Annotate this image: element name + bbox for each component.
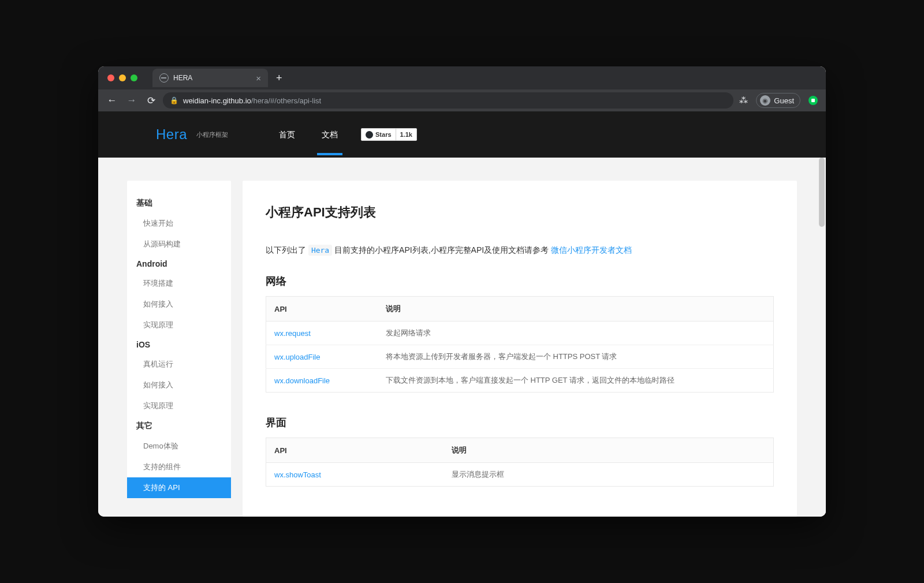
api-table: API说明wx.request发起网络请求wx.uploadFile将本地资源上… bbox=[266, 296, 774, 393]
browser-tab[interactable]: HERA × bbox=[152, 69, 268, 87]
fullscreen-window-button[interactable] bbox=[131, 74, 137, 81]
table-row: wx.showToast显示消息提示框 bbox=[266, 463, 774, 487]
page-title: 小程序API支持列表 bbox=[266, 204, 774, 221]
sidebar-item[interactable]: 环境搭建 bbox=[127, 273, 231, 294]
browser-window: HERA × + ← → ⟳ 🔒 weidian-inc.github.io/h… bbox=[98, 66, 826, 517]
sidebar-group-title: 基础 bbox=[127, 193, 231, 213]
sidebar-item[interactable]: 从源码构建 bbox=[127, 234, 231, 255]
table-row: wx.downloadFile下载文件资源到本地，客户端直接发起一个 HTTP … bbox=[266, 369, 774, 393]
site-logo[interactable]: Hera bbox=[156, 126, 187, 143]
sidebar-item[interactable]: 如何接入 bbox=[127, 294, 231, 315]
github-icon bbox=[366, 131, 373, 139]
main-content: 小程序API支持列表 以下列出了 Hera 目前支持的小程序API列表,小程序完… bbox=[243, 181, 797, 517]
intro-text: 以下列出了 Hera 目前支持的小程序API列表,小程序完整API及使用文档请参… bbox=[266, 245, 774, 256]
sidebar-item[interactable]: Demo体验 bbox=[127, 436, 231, 457]
intro-prefix: 以下列出了 bbox=[266, 245, 306, 255]
tab-bar: HERA × + bbox=[98, 66, 826, 89]
col-api-header: API bbox=[266, 438, 444, 463]
url-host: weidian-inc.github.io bbox=[183, 96, 251, 105]
api-table: API说明wx.showToast显示消息提示框 bbox=[266, 438, 774, 487]
minimize-window-button[interactable] bbox=[119, 74, 126, 81]
sidebar-item[interactable]: 快速开始 bbox=[127, 213, 231, 234]
close-window-button[interactable] bbox=[107, 74, 114, 81]
nav-link[interactable]: 文档 bbox=[311, 114, 348, 155]
site-header: Hera 小程序框架 首页文档 Stars 1.1k bbox=[98, 111, 826, 158]
wechat-docs-link[interactable]: 微信小程序开发者文档 bbox=[551, 245, 632, 255]
github-stars-badge[interactable]: Stars 1.1k bbox=[361, 128, 417, 141]
url-field[interactable]: 🔒 weidian-inc.github.io/hera/#/others/ap… bbox=[163, 92, 733, 109]
toolbar-icons: ⁂ ◉ Guest bbox=[737, 93, 820, 108]
tab-title: HERA bbox=[173, 74, 251, 82]
api-desc: 将本地资源上传到开发者服务器，客户端发起一个 HTTPS POST 请求 bbox=[378, 345, 774, 369]
content-area: 基础快速开始从源码构建Android环境搭建如何接入实现原理iOS真机运行如何接… bbox=[98, 158, 826, 517]
api-desc: 下载文件资源到本地，客户端直接发起一个 HTTP GET 请求，返回文件的本地临… bbox=[378, 369, 774, 393]
api-link[interactable]: wx.request bbox=[266, 322, 378, 345]
scrollbar-thumb[interactable] bbox=[819, 158, 825, 227]
forward-button[interactable]: → bbox=[124, 95, 140, 106]
url-path: /hera/#/others/api-list bbox=[251, 96, 321, 105]
reload-button[interactable]: ⟳ bbox=[143, 95, 159, 107]
new-tab-button[interactable]: + bbox=[271, 72, 287, 84]
close-tab-icon[interactable]: × bbox=[256, 73, 261, 83]
intro-code: Hera bbox=[308, 245, 332, 256]
back-button[interactable]: ← bbox=[104, 95, 120, 106]
translate-icon[interactable]: ⁂ bbox=[739, 95, 748, 106]
sidebar-item[interactable]: 实现原理 bbox=[127, 395, 231, 416]
primary-nav: 首页文档 bbox=[269, 114, 348, 155]
layout: 基础快速开始从源码构建Android环境搭建如何接入实现原理iOS真机运行如何接… bbox=[127, 158, 797, 517]
sidebar-group-title: 其它 bbox=[127, 416, 231, 436]
sidebar-item[interactable]: 真机运行 bbox=[127, 354, 231, 375]
sidebar-item[interactable]: 如何接入 bbox=[127, 375, 231, 395]
sidebar-item[interactable]: 实现原理 bbox=[127, 315, 231, 335]
avatar-icon: ◉ bbox=[760, 95, 770, 106]
sidebar-item[interactable]: 支持的 API bbox=[127, 477, 231, 498]
site-logo-sub: 小程序框架 bbox=[196, 130, 228, 139]
col-api-header: API bbox=[266, 297, 378, 322]
scrollbar[interactable] bbox=[818, 158, 826, 517]
globe-icon bbox=[159, 73, 169, 83]
sidebar: 基础快速开始从源码构建Android环境搭建如何接入实现原理iOS真机运行如何接… bbox=[127, 181, 231, 498]
profile-label: Guest bbox=[774, 96, 794, 105]
extension-icon[interactable] bbox=[808, 96, 818, 105]
api-link[interactable]: wx.downloadFile bbox=[266, 369, 378, 393]
api-link[interactable]: wx.uploadFile bbox=[266, 345, 378, 369]
col-desc-header: 说明 bbox=[444, 438, 773, 463]
sidebar-item[interactable]: 支持的组件 bbox=[127, 457, 231, 477]
table-row: wx.request发起网络请求 bbox=[266, 322, 774, 345]
api-desc: 发起网络请求 bbox=[378, 322, 774, 345]
browser-chrome: HERA × + ← → ⟳ 🔒 weidian-inc.github.io/h… bbox=[98, 66, 826, 111]
col-desc-header: 说明 bbox=[378, 297, 774, 322]
api-link[interactable]: wx.showToast bbox=[266, 463, 444, 487]
gh-stars-label: Stars bbox=[375, 131, 392, 138]
nav-link[interactable]: 首页 bbox=[269, 114, 305, 155]
intro-mid: 目前支持的小程序API列表,小程序完整API及使用文档请参考 bbox=[334, 245, 549, 255]
sidebar-group-title: Android bbox=[127, 255, 231, 273]
lock-icon: 🔒 bbox=[170, 96, 178, 104]
window-controls bbox=[104, 74, 141, 81]
gh-stars-count: 1.1k bbox=[396, 128, 417, 141]
profile-button[interactable]: ◉ Guest bbox=[756, 93, 800, 108]
api-desc: 显示消息提示框 bbox=[444, 463, 773, 487]
sidebar-group-title: iOS bbox=[127, 335, 231, 354]
section-title: 界面 bbox=[266, 416, 774, 429]
table-row: wx.uploadFile将本地资源上传到开发者服务器，客户端发起一个 HTTP… bbox=[266, 345, 774, 369]
section-title: 网络 bbox=[266, 274, 774, 288]
address-bar: ← → ⟳ 🔒 weidian-inc.github.io/hera/#/oth… bbox=[98, 89, 826, 111]
